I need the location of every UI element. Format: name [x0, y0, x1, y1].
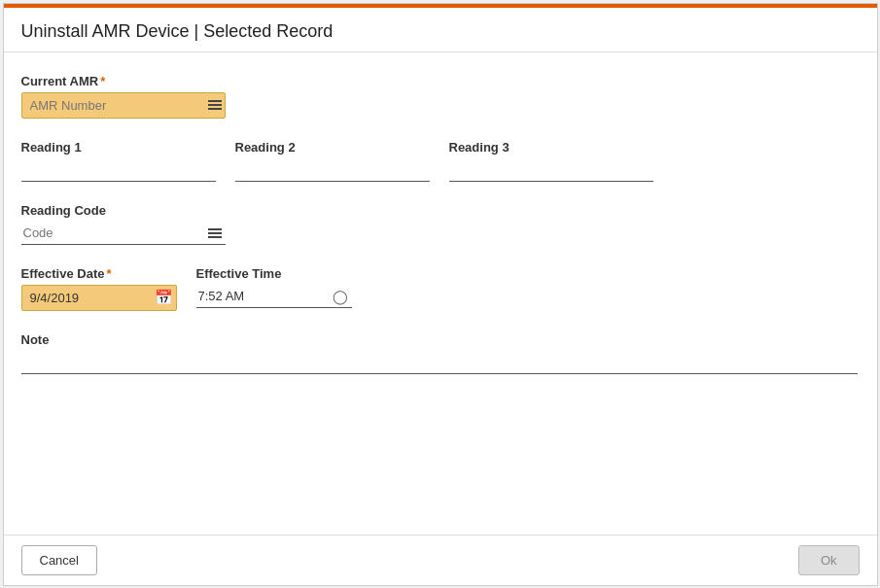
current-amr-row: Current AMR* — [21, 74, 860, 119]
reading3-label: Reading 3 — [449, 140, 653, 155]
effective-date-group: Effective Date* 📅 — [21, 266, 177, 311]
reading2-label: Reading 2 — [235, 140, 430, 155]
effective-time-input[interactable] — [196, 285, 352, 308]
dialog-body: Current AMR* Reading 1 Reading 2 — [4, 52, 877, 535]
ok-button[interactable]: Ok — [798, 545, 860, 575]
dialog: Uninstall AMR Device | Selected Record C… — [3, 3, 878, 586]
effective-date-label: Effective Date* — [21, 266, 177, 281]
note-label: Note — [21, 332, 860, 347]
reading1-group: Reading 1 — [21, 140, 216, 182]
dialog-header: Uninstall AMR Device | Selected Record — [4, 4, 877, 52]
reading2-input-wrapper — [235, 158, 430, 182]
cancel-button[interactable]: Cancel — [21, 545, 97, 575]
reading1-label: Reading 1 — [21, 140, 216, 155]
effective-date-input[interactable] — [21, 285, 177, 311]
note-input[interactable] — [21, 351, 858, 374]
reading-code-label: Reading Code — [21, 203, 226, 218]
effective-date-input-wrapper: 📅 — [21, 285, 177, 311]
current-amr-label: Current AMR* — [21, 74, 226, 88]
reading-code-input-wrapper — [21, 222, 226, 245]
amr-number-input[interactable] — [21, 92, 226, 119]
note-row: Note — [21, 332, 860, 374]
reading1-input-wrapper — [21, 158, 216, 182]
clock-icon[interactable]: ◯ — [333, 289, 348, 304]
reading3-input-wrapper — [449, 158, 653, 182]
reading1-input[interactable] — [21, 158, 216, 182]
reading-code-row: Reading Code — [21, 203, 860, 245]
reading2-input[interactable] — [235, 158, 430, 182]
effective-time-input-wrapper: ◯ — [196, 285, 352, 308]
reading3-input[interactable] — [449, 158, 653, 182]
reading-code-input[interactable] — [21, 222, 226, 245]
amr-menu-icon[interactable] — [208, 100, 222, 110]
dialog-footer: Cancel Ok — [4, 535, 877, 585]
readings-row: Reading 1 Reading 2 Reading 3 — [21, 140, 860, 182]
amr-input-wrapper — [21, 92, 226, 119]
note-group: Note — [21, 332, 860, 374]
code-menu-icon[interactable] — [208, 228, 222, 238]
reading3-group: Reading 3 — [449, 140, 653, 182]
dialog-title: Uninstall AMR Device | Selected Record — [21, 21, 334, 41]
reading2-group: Reading 2 — [235, 140, 430, 182]
calendar-icon[interactable]: 📅 — [155, 289, 173, 306]
effective-time-label: Effective Time — [196, 266, 352, 281]
effective-row: Effective Date* 📅 Effective Time ◯ — [21, 266, 860, 311]
current-amr-group: Current AMR* — [21, 74, 226, 119]
effective-time-group: Effective Time ◯ — [196, 266, 352, 308]
reading-code-group: Reading Code — [21, 203, 226, 245]
